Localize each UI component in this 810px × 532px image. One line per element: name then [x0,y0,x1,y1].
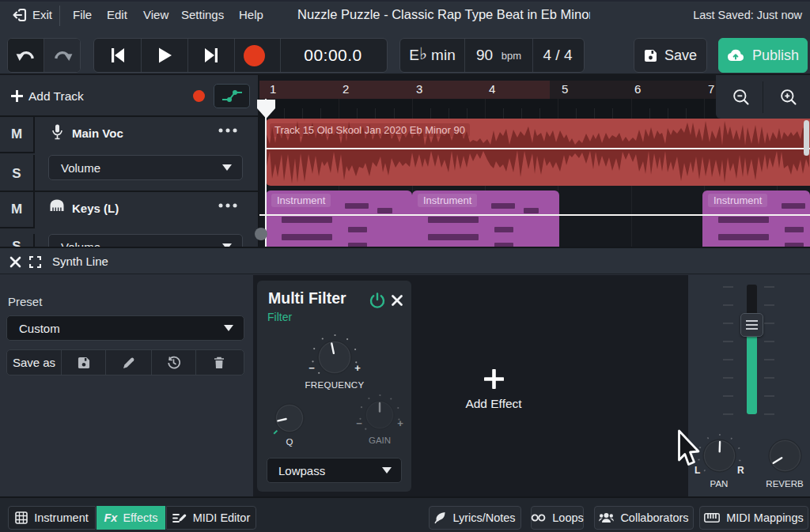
svg-text:+: + [397,417,403,429]
svg-text:−: − [356,417,362,429]
svg-text:+: + [354,362,361,374]
svg-text:−: − [308,362,315,374]
